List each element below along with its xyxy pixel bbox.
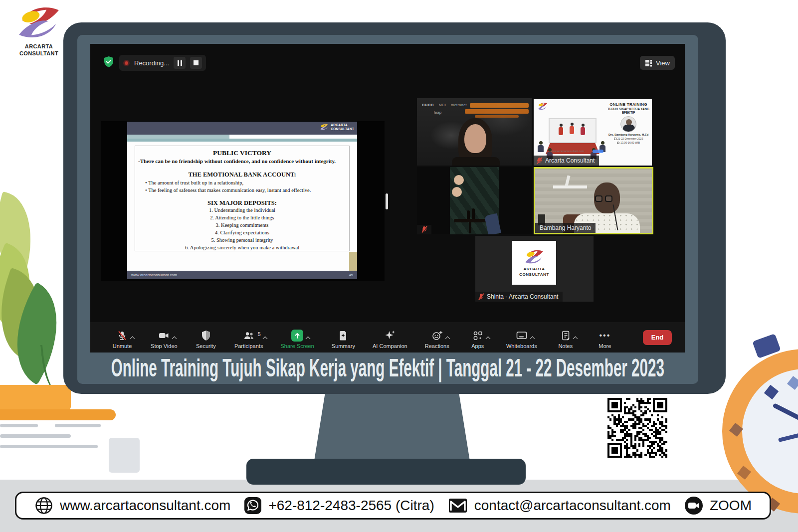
recording-indicator: Recording... — [119, 55, 206, 71]
mail-icon — [448, 498, 468, 514]
toolbar-label: Stop Video — [151, 343, 178, 349]
platform-text: ZOOM — [710, 498, 752, 514]
slide-list-item: 6. Apologizing sincerely when you make a… — [140, 244, 344, 252]
chevron-up-icon[interactable] — [573, 336, 578, 341]
slide-list-item: 1. Understanding the individual — [140, 207, 344, 214]
notes-button[interactable]: Notes — [555, 326, 577, 349]
promo-canvas: ARCARTA CONSULTANT Recording. — [0, 0, 798, 532]
slide-accent-bar — [127, 139, 357, 142]
video-tile-active-speaker[interactable]: Bambang Haryanto — [534, 167, 653, 234]
arcarta-swoosh-icon — [537, 102, 548, 111]
reactions-button[interactable]: Reactions — [425, 326, 449, 349]
chevron-up-icon[interactable] — [485, 336, 490, 341]
video-tile-host-poster[interactable]: ONLINE TRAINING TUJUH SIKAP KERJA YANG E… — [534, 99, 652, 166]
apps-icon — [472, 330, 483, 342]
watermark-label: nuon — [422, 102, 434, 107]
poster-text-block: ONLINE TRAINING TUJUH SIKAP KERJA YANG E… — [606, 102, 650, 144]
slide-footer: www.arcartaconsultant.com 45 — [127, 271, 357, 279]
wall-lamp — [452, 187, 462, 197]
website-item[interactable]: www.arcartaconsultant.com — [34, 496, 230, 515]
muted-mic-icon — [117, 330, 128, 342]
poster-line2: TUJUH SIKAP KERJA YANG EFEKTIF — [606, 107, 650, 114]
figure-shape — [570, 126, 574, 134]
shelf-shape — [565, 176, 570, 187]
chevron-up-icon[interactable] — [172, 336, 177, 341]
contact-bar: www.arcartaconsultant.com +62-812-2483-2… — [15, 492, 771, 520]
share-screen-button[interactable]: Share Screen — [280, 326, 314, 349]
unmute-button[interactable]: Unmute — [111, 326, 133, 349]
chevron-up-icon[interactable] — [530, 336, 535, 341]
meeting-toolbar: Unmute Stop Video — [90, 322, 685, 353]
video-tile-room[interactable] — [417, 167, 532, 234]
video-camera-icon — [158, 330, 170, 342]
platform-item[interactable]: ZOOM — [684, 496, 752, 515]
notes-icon — [561, 330, 571, 342]
monitor-stand-neck — [314, 393, 470, 461]
table-leg — [469, 222, 471, 233]
chevron-up-icon[interactable] — [130, 336, 135, 341]
encryption-shield-icon — [103, 56, 114, 68]
muted-mic-icon — [421, 226, 427, 233]
slide-bullet: The feeling of safeness that makes commu… — [140, 187, 344, 194]
participant-name: Arcarta Consultant — [545, 157, 595, 164]
toolbar-label: Participants — [234, 343, 263, 349]
stop-icon — [194, 60, 199, 65]
slide-list-item: 5. Showing personal integrity — [140, 237, 344, 244]
slide-page-number: 45 — [349, 273, 353, 277]
phone-text: +62-812-2483-2565 (Citra) — [268, 498, 434, 514]
chevron-up-icon[interactable] — [445, 336, 450, 341]
participants-button[interactable]: 5 Participants — [234, 326, 263, 349]
brand-name-line1: ARCARTA — [7, 43, 71, 50]
slide-title: PUBLIC VICTORY — [140, 149, 344, 157]
summary-doc-icon — [338, 330, 349, 342]
room-video — [450, 167, 499, 234]
monitor-stand-base — [246, 459, 526, 485]
end-meeting-button[interactable]: End — [643, 330, 672, 345]
toolbar-label: Reactions — [425, 343, 449, 349]
video-tile-logo-card[interactable]: ARCARTA CONSULTANT Shinta - Arcarta Cons… — [475, 236, 594, 302]
slide-side-block — [349, 252, 357, 272]
security-button[interactable]: Security — [195, 326, 217, 349]
poster-url: www.arcartaconsultant.com — [551, 150, 584, 153]
slide-list-item: 3. Keeping commitments — [140, 222, 344, 229]
brand-name-line2: CONSULTANT — [7, 50, 71, 57]
phone-item[interactable]: +62-812-2483-2565 (Citra) — [244, 497, 434, 515]
table-shape — [454, 219, 489, 222]
poster-date: 21-22 Desember 2023 — [606, 137, 650, 140]
arcarta-swoosh-icon — [15, 4, 63, 41]
chevron-up-icon[interactable] — [262, 336, 267, 341]
toolbar-label: Summary — [332, 343, 355, 349]
email-item[interactable]: contact@arcartaconsultant.com — [448, 498, 671, 514]
view-button[interactable]: View — [640, 56, 675, 70]
participant-shoulders — [452, 157, 500, 166]
video-tile-participant[interactable]: nuon MDI metranet leap — [417, 98, 532, 166]
ai-companion-button[interactable]: AI Companion — [373, 326, 407, 349]
event-title-graphic — [470, 103, 529, 108]
poster-time: 13.00-16.00 WIB — [606, 141, 650, 144]
shelf-shape — [553, 185, 587, 188]
panel-resize-handle[interactable] — [386, 193, 388, 209]
watermark-label: leap — [434, 110, 441, 115]
pause-recording-button[interactable] — [174, 57, 186, 69]
stop-recording-button[interactable] — [190, 57, 202, 69]
stop-video-button[interactable]: Stop Video — [151, 326, 178, 349]
glasses-icon — [595, 195, 602, 202]
toolbar-label: Notes — [558, 343, 573, 349]
summary-button[interactable]: Summary — [332, 326, 355, 349]
globe-icon — [34, 496, 53, 515]
qr-code — [607, 398, 667, 458]
pause-icon — [178, 60, 179, 66]
more-dots-icon: ••• — [599, 330, 610, 342]
apps-button[interactable]: Apps — [467, 326, 489, 349]
more-button[interactable]: ••• More — [594, 326, 616, 349]
chevron-up-icon[interactable] — [306, 336, 311, 341]
whatsapp-icon — [244, 497, 262, 515]
whiteboards-button[interactable]: Whiteboards — [506, 326, 537, 349]
speaker-photo — [620, 116, 636, 132]
shield-icon — [201, 330, 211, 342]
grid-view-icon — [645, 59, 652, 67]
slide-section-title: THE EMOTIONAL BANK ACCOUNT: — [140, 171, 344, 178]
clock-icon — [617, 142, 619, 144]
toolbar-label: AI Companion — [373, 343, 407, 349]
toolbar-label: Share Screen — [280, 343, 314, 349]
